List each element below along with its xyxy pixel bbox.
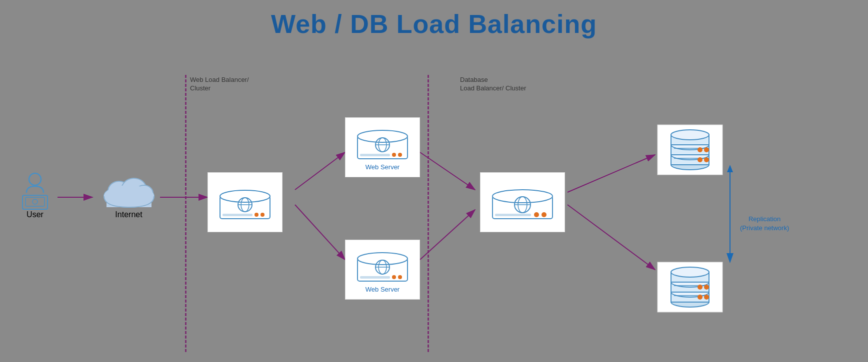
replication-label: Replication(Private network) xyxy=(740,215,789,233)
svg-point-67 xyxy=(704,147,709,152)
user-icon xyxy=(18,170,52,210)
web-server-bottom-icon xyxy=(355,246,410,284)
svg-point-64 xyxy=(698,157,702,162)
internet-icon-box: Internet xyxy=(92,160,165,230)
db-lb-icon-box xyxy=(480,172,565,232)
web-server-bottom-icon-box: Web Server xyxy=(345,240,420,300)
svg-point-53 xyxy=(542,212,546,217)
web-server-top-label: Web Server xyxy=(366,163,400,171)
svg-point-52 xyxy=(534,212,539,217)
db-lb-label: DatabaseLoad Balancer/ Cluster xyxy=(460,76,526,93)
db-replica-icon xyxy=(655,260,725,315)
page-title: Web / DB Load Balancing xyxy=(0,0,868,39)
svg-point-75 xyxy=(671,267,709,277)
svg-point-79 xyxy=(704,295,709,300)
svg-point-65 xyxy=(704,157,709,162)
svg-line-5 xyxy=(295,205,345,260)
svg-point-29 xyxy=(260,213,264,217)
svg-point-28 xyxy=(254,213,258,217)
svg-point-81 xyxy=(704,285,709,290)
svg-line-4 xyxy=(295,152,345,190)
svg-rect-43 xyxy=(360,276,390,279)
diagram-area: Web Load Balancer/Cluster DatabaseLoad B… xyxy=(0,45,868,362)
web-server-bottom-label: Web Server xyxy=(366,286,400,293)
db-lb-server-icon xyxy=(490,184,555,221)
web-server-top-icon-box: Web Server xyxy=(345,117,420,177)
user-icon-box: User xyxy=(10,160,60,230)
svg-line-9 xyxy=(568,205,655,270)
svg-rect-27 xyxy=(222,214,252,216)
web-lb-server-icon xyxy=(218,184,272,221)
web-lb-label: Web Load Balancer/Cluster xyxy=(190,76,249,93)
svg-point-15 xyxy=(32,199,38,204)
svg-rect-51 xyxy=(495,214,531,216)
svg-point-45 xyxy=(398,275,402,279)
web-boundary-line xyxy=(185,75,186,352)
svg-point-80 xyxy=(698,285,702,290)
web-lb-icon-box xyxy=(208,172,282,232)
svg-point-44 xyxy=(392,275,396,279)
web-server-top-icon xyxy=(355,124,410,161)
svg-point-23 xyxy=(220,190,270,202)
user-label: User xyxy=(26,210,44,219)
db-replica-icon-box xyxy=(655,260,725,315)
svg-point-39 xyxy=(358,253,408,265)
db-primary-icon xyxy=(655,122,725,177)
svg-marker-11 xyxy=(727,165,733,172)
svg-rect-35 xyxy=(360,154,390,156)
db-boundary-line xyxy=(428,75,429,352)
svg-point-37 xyxy=(398,153,402,157)
svg-point-31 xyxy=(358,130,408,142)
db-primary-icon-box xyxy=(655,122,725,177)
internet-icon xyxy=(99,170,159,210)
svg-point-36 xyxy=(392,153,396,157)
svg-point-78 xyxy=(698,295,702,300)
svg-point-12 xyxy=(29,173,41,185)
svg-rect-14 xyxy=(26,197,44,206)
svg-line-8 xyxy=(568,155,655,192)
internet-label: Internet xyxy=(115,210,142,219)
svg-point-66 xyxy=(698,147,702,152)
svg-point-61 xyxy=(671,130,709,140)
